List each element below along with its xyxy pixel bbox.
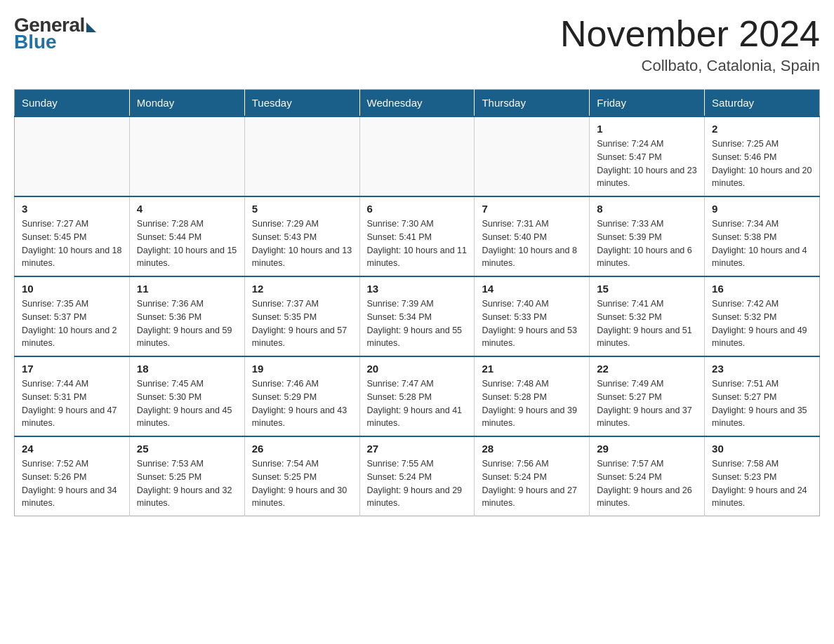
calendar-week-0: 1Sunrise: 7:24 AM Sunset: 5:47 PM Daylig… [15, 116, 820, 196]
day-number: 3 [22, 203, 122, 215]
calendar-cell: 26Sunrise: 7:54 AM Sunset: 5:25 PM Dayli… [244, 436, 359, 516]
day-number: 17 [22, 363, 122, 375]
cell-info: Sunrise: 7:37 AM Sunset: 5:35 PM Dayligh… [252, 297, 352, 350]
day-number: 16 [712, 283, 812, 295]
cell-info: Sunrise: 7:46 AM Sunset: 5:29 PM Dayligh… [252, 377, 352, 430]
calendar-week-2: 10Sunrise: 7:35 AM Sunset: 5:37 PM Dayli… [15, 276, 820, 356]
day-number: 29 [597, 443, 697, 455]
calendar-cell: 25Sunrise: 7:53 AM Sunset: 5:25 PM Dayli… [129, 436, 244, 516]
cell-info: Sunrise: 7:31 AM Sunset: 5:40 PM Dayligh… [482, 217, 582, 270]
cell-info: Sunrise: 7:39 AM Sunset: 5:34 PM Dayligh… [367, 297, 468, 350]
cell-info: Sunrise: 7:53 AM Sunset: 5:25 PM Dayligh… [137, 457, 237, 510]
title-area: November 2024 Collbato, Catalonia, Spain [560, 14, 820, 75]
cell-info: Sunrise: 7:27 AM Sunset: 5:45 PM Dayligh… [22, 217, 122, 270]
header-sunday: Sunday [15, 90, 130, 117]
cell-info: Sunrise: 7:25 AM Sunset: 5:46 PM Dayligh… [712, 137, 812, 190]
cell-info: Sunrise: 7:47 AM Sunset: 5:28 PM Dayligh… [367, 377, 468, 430]
page-header: General Blue November 2024 Collbato, Cat… [14, 14, 820, 75]
day-number: 11 [137, 283, 237, 295]
header-friday: Friday [590, 90, 705, 117]
logo-arrow-icon [86, 22, 96, 32]
calendar-cell [15, 116, 130, 196]
day-number: 23 [712, 363, 812, 375]
calendar-cell: 19Sunrise: 7:46 AM Sunset: 5:29 PM Dayli… [244, 356, 359, 436]
cell-info: Sunrise: 7:41 AM Sunset: 5:32 PM Dayligh… [597, 297, 697, 350]
calendar-week-4: 24Sunrise: 7:52 AM Sunset: 5:26 PM Dayli… [15, 436, 820, 516]
calendar-week-1: 3Sunrise: 7:27 AM Sunset: 5:45 PM Daylig… [15, 196, 820, 276]
calendar-cell: 6Sunrise: 7:30 AM Sunset: 5:41 PM Daylig… [359, 196, 475, 276]
header-saturday: Saturday [705, 90, 820, 117]
calendar-cell: 2Sunrise: 7:25 AM Sunset: 5:46 PM Daylig… [705, 116, 820, 196]
calendar-cell: 5Sunrise: 7:29 AM Sunset: 5:43 PM Daylig… [244, 196, 359, 276]
day-number: 15 [597, 283, 697, 295]
cell-info: Sunrise: 7:33 AM Sunset: 5:39 PM Dayligh… [597, 217, 697, 270]
calendar-cell: 10Sunrise: 7:35 AM Sunset: 5:37 PM Dayli… [15, 276, 130, 356]
calendar-cell: 23Sunrise: 7:51 AM Sunset: 5:27 PM Dayli… [705, 356, 820, 436]
cell-info: Sunrise: 7:55 AM Sunset: 5:24 PM Dayligh… [367, 457, 468, 510]
calendar-cell: 20Sunrise: 7:47 AM Sunset: 5:28 PM Dayli… [359, 356, 475, 436]
calendar-cell: 28Sunrise: 7:56 AM Sunset: 5:24 PM Dayli… [475, 436, 590, 516]
cell-info: Sunrise: 7:35 AM Sunset: 5:37 PM Dayligh… [22, 297, 122, 350]
day-number: 9 [712, 203, 812, 215]
day-number: 28 [482, 443, 582, 455]
cell-info: Sunrise: 7:52 AM Sunset: 5:26 PM Dayligh… [22, 457, 122, 510]
calendar-cell [244, 116, 359, 196]
calendar-cell [129, 116, 244, 196]
calendar-cell: 30Sunrise: 7:58 AM Sunset: 5:23 PM Dayli… [705, 436, 820, 516]
calendar-cell: 22Sunrise: 7:49 AM Sunset: 5:27 PM Dayli… [590, 356, 705, 436]
day-number: 7 [482, 203, 582, 215]
calendar-cell: 27Sunrise: 7:55 AM Sunset: 5:24 PM Dayli… [359, 436, 475, 516]
calendar-week-3: 17Sunrise: 7:44 AM Sunset: 5:31 PM Dayli… [15, 356, 820, 436]
header-monday: Monday [129, 90, 244, 117]
calendar-cell: 1Sunrise: 7:24 AM Sunset: 5:47 PM Daylig… [590, 116, 705, 196]
cell-info: Sunrise: 7:51 AM Sunset: 5:27 PM Dayligh… [712, 377, 812, 430]
location-title: Collbato, Catalonia, Spain [560, 57, 820, 75]
calendar-cell: 3Sunrise: 7:27 AM Sunset: 5:45 PM Daylig… [15, 196, 130, 276]
month-title: November 2024 [560, 14, 820, 54]
day-number: 12 [252, 283, 352, 295]
day-number: 4 [137, 203, 237, 215]
header-tuesday: Tuesday [244, 90, 359, 117]
calendar-cell: 21Sunrise: 7:48 AM Sunset: 5:28 PM Dayli… [475, 356, 590, 436]
calendar-cell [475, 116, 590, 196]
calendar-cell: 9Sunrise: 7:34 AM Sunset: 5:38 PM Daylig… [705, 196, 820, 276]
calendar-cell: 11Sunrise: 7:36 AM Sunset: 5:36 PM Dayli… [129, 276, 244, 356]
logo-blue-text: Blue [14, 31, 57, 53]
day-number: 14 [482, 283, 582, 295]
cell-info: Sunrise: 7:57 AM Sunset: 5:24 PM Dayligh… [597, 457, 697, 510]
calendar-cell: 18Sunrise: 7:45 AM Sunset: 5:30 PM Dayli… [129, 356, 244, 436]
calendar-cell: 8Sunrise: 7:33 AM Sunset: 5:39 PM Daylig… [590, 196, 705, 276]
cell-info: Sunrise: 7:30 AM Sunset: 5:41 PM Dayligh… [367, 217, 468, 270]
day-number: 18 [137, 363, 237, 375]
calendar-cell: 16Sunrise: 7:42 AM Sunset: 5:32 PM Dayli… [705, 276, 820, 356]
calendar-cell: 4Sunrise: 7:28 AM Sunset: 5:44 PM Daylig… [129, 196, 244, 276]
day-number: 27 [367, 443, 468, 455]
day-number: 21 [482, 363, 582, 375]
cell-info: Sunrise: 7:54 AM Sunset: 5:25 PM Dayligh… [252, 457, 352, 510]
cell-info: Sunrise: 7:44 AM Sunset: 5:31 PM Dayligh… [22, 377, 122, 430]
calendar-cell: 15Sunrise: 7:41 AM Sunset: 5:32 PM Dayli… [590, 276, 705, 356]
day-number: 30 [712, 443, 812, 455]
day-number: 13 [367, 283, 468, 295]
calendar-cell: 29Sunrise: 7:57 AM Sunset: 5:24 PM Dayli… [590, 436, 705, 516]
day-number: 24 [22, 443, 122, 455]
cell-info: Sunrise: 7:48 AM Sunset: 5:28 PM Dayligh… [482, 377, 582, 430]
day-number: 19 [252, 363, 352, 375]
day-number: 2 [712, 123, 812, 135]
calendar-cell: 12Sunrise: 7:37 AM Sunset: 5:35 PM Dayli… [244, 276, 359, 356]
cell-info: Sunrise: 7:40 AM Sunset: 5:33 PM Dayligh… [482, 297, 582, 350]
day-number: 20 [367, 363, 468, 375]
calendar-cell: 24Sunrise: 7:52 AM Sunset: 5:26 PM Dayli… [15, 436, 130, 516]
cell-info: Sunrise: 7:42 AM Sunset: 5:32 PM Dayligh… [712, 297, 812, 350]
calendar-cell: 7Sunrise: 7:31 AM Sunset: 5:40 PM Daylig… [475, 196, 590, 276]
cell-info: Sunrise: 7:56 AM Sunset: 5:24 PM Dayligh… [482, 457, 582, 510]
day-number: 25 [137, 443, 237, 455]
cell-info: Sunrise: 7:34 AM Sunset: 5:38 PM Dayligh… [712, 217, 812, 270]
day-number: 8 [597, 203, 697, 215]
header-thursday: Thursday [475, 90, 590, 117]
logo: General Blue [14, 14, 96, 53]
day-number: 22 [597, 363, 697, 375]
day-number: 5 [252, 203, 352, 215]
day-number: 1 [597, 123, 697, 135]
calendar-cell: 17Sunrise: 7:44 AM Sunset: 5:31 PM Dayli… [15, 356, 130, 436]
